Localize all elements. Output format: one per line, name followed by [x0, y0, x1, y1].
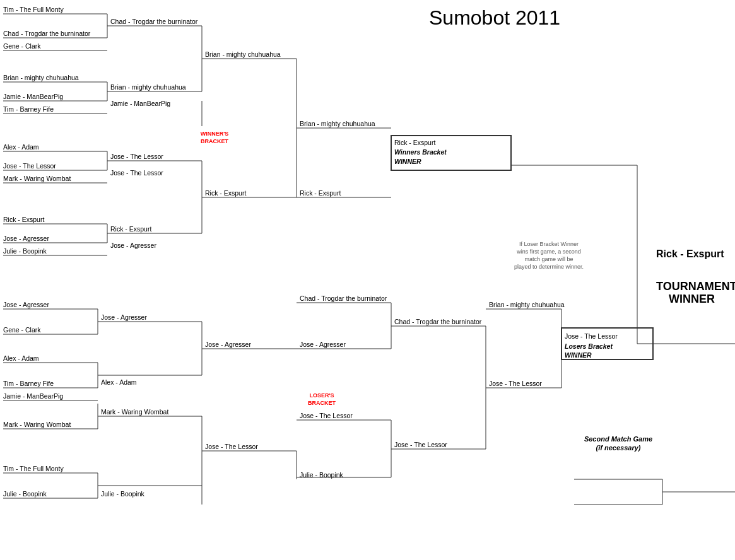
svg-text:Tim - The Full Monty: Tim - The Full Monty	[3, 6, 64, 13]
svg-text:Julie - Boopink: Julie - Boopink	[3, 490, 47, 498]
svg-text:WINNER'S: WINNER'S	[201, 131, 229, 137]
svg-text:If Loser Bracket Winner: If Loser Bracket Winner	[519, 241, 579, 247]
svg-text:wins first game, a second: wins first game, a second	[516, 248, 581, 255]
svg-text:Second Match Game: Second Match Game	[584, 435, 652, 443]
svg-text:Brian - mighty chuhuahua: Brian - mighty chuhuahua	[205, 50, 281, 58]
svg-text:Mark - Waring Wombat: Mark - Waring Wombat	[101, 408, 168, 416]
svg-text:Julie - Boopink: Julie - Boopink	[3, 247, 47, 255]
svg-text:Alex - Adam: Alex - Adam	[3, 354, 39, 362]
svg-text:BRACKET: BRACKET	[308, 400, 336, 406]
svg-text:Brian - mighty chuhuahua: Brian - mighty chuhuahua	[110, 83, 186, 91]
svg-text:Mark - Waring Wombat: Mark - Waring Wombat	[3, 175, 71, 182]
svg-text:WINNER: WINNER	[669, 293, 715, 305]
svg-text:Jose - The Lessor: Jose - The Lessor	[565, 332, 618, 340]
svg-text:Chad - Trogdar the burninator: Chad - Trogdar the burninator	[394, 318, 482, 325]
svg-text:Jose - Agresser: Jose - Agresser	[3, 301, 49, 308]
svg-text:Jamie - ManBearPig: Jamie - ManBearPig	[3, 93, 63, 100]
tournament-title: Sumobot 2011	[429, 6, 560, 30]
svg-text:TOURNAMENT: TOURNAMENT	[656, 280, 735, 293]
svg-text:Tim - The Full Monty: Tim - The Full Monty	[3, 465, 64, 472]
svg-text:Jose - The Lessor: Jose - The Lessor	[300, 412, 353, 419]
svg-text:Jose - Agresser: Jose - Agresser	[3, 235, 49, 242]
bracket-svg: Tim - The Full Monty Chad - Trogdar the …	[0, 0, 735, 560]
tournament-container: Sumobot 2011 Tim - The Full Monty Chad -…	[0, 0, 735, 560]
svg-text:WINNER: WINNER	[394, 158, 421, 165]
svg-text:BRACKET: BRACKET	[201, 138, 229, 144]
svg-text:Chad - Trogdar the burninator: Chad - Trogdar the burninator	[110, 18, 198, 25]
svg-text:Rick - Exspurt: Rick - Exspurt	[205, 189, 246, 197]
svg-text:Jamie - ManBearPig: Jamie - ManBearPig	[3, 392, 63, 400]
svg-text:Jose - The Lessor: Jose - The Lessor	[394, 441, 447, 448]
svg-text:Julie - Boopink: Julie - Boopink	[300, 471, 344, 479]
svg-text:Brian - mighty chuhuahua: Brian - mighty chuhuahua	[3, 74, 79, 81]
svg-text:Alex - Adam: Alex - Adam	[3, 143, 39, 151]
svg-text:Gene - Clark: Gene - Clark	[3, 42, 41, 50]
svg-text:Rick - Exspurt: Rick - Exspurt	[394, 139, 435, 146]
svg-text:played to determine winner.: played to determine winner.	[514, 264, 584, 270]
svg-text:LOSER'S: LOSER'S	[309, 392, 334, 399]
svg-text:Jamie - ManBearPig: Jamie - ManBearPig	[110, 100, 170, 107]
svg-text:Rick - Exspurt: Rick - Exspurt	[110, 225, 151, 233]
svg-text:Jose - Agresser: Jose - Agresser	[101, 313, 147, 321]
svg-text:WINNER: WINNER	[565, 351, 592, 359]
svg-text:(if necessary): (if necessary)	[596, 444, 641, 452]
svg-text:Rick - Exspurt: Rick - Exspurt	[3, 216, 44, 223]
svg-text:Jose - Agresser: Jose - Agresser	[110, 242, 156, 249]
svg-text:Mark - Waring Wombat: Mark - Waring Wombat	[3, 421, 71, 428]
svg-text:Gene - Clark: Gene - Clark	[3, 326, 41, 334]
svg-text:match game will be: match game will be	[524, 256, 573, 262]
svg-text:Jose - The Lessor: Jose - The Lessor	[110, 153, 163, 160]
svg-text:Rick - Exspurt: Rick - Exspurt	[656, 248, 724, 259]
svg-text:Tim - Barney Fife: Tim - Barney Fife	[3, 380, 54, 387]
svg-text:Losers Bracket: Losers Bracket	[565, 342, 613, 350]
svg-text:Alex - Adam: Alex - Adam	[101, 378, 137, 386]
svg-text:Jose - Agresser: Jose - Agresser	[300, 341, 346, 348]
svg-text:Jose - The Lessor: Jose - The Lessor	[489, 380, 542, 387]
svg-text:Jose - The Lessor: Jose - The Lessor	[3, 162, 56, 170]
svg-text:Jose - Agresser: Jose - Agresser	[205, 341, 251, 348]
svg-text:Tim - Barney Fife: Tim - Barney Fife	[3, 105, 54, 113]
svg-text:Brian - mighty chuhuahua: Brian - mighty chuhuahua	[489, 301, 565, 308]
svg-text:Chad - Trogdar the burninator: Chad - Trogdar the burninator	[300, 295, 387, 302]
svg-text:Chad - Trogdar the burninator: Chad - Trogdar the burninator	[3, 30, 91, 37]
svg-text:Jose - The Lessor: Jose - The Lessor	[205, 443, 258, 450]
svg-rect-49	[391, 136, 511, 170]
svg-text:Jose - The Lessor: Jose - The Lessor	[110, 169, 163, 177]
svg-text:Julie - Boopink: Julie - Boopink	[101, 490, 145, 498]
svg-rect-113	[562, 328, 653, 359]
svg-text:Brian - mighty chuhuahua: Brian - mighty chuhuahua	[300, 120, 375, 127]
svg-text:Rick - Exspurt: Rick - Exspurt	[300, 189, 341, 197]
svg-text:Winners Bracket: Winners Bracket	[394, 148, 447, 156]
